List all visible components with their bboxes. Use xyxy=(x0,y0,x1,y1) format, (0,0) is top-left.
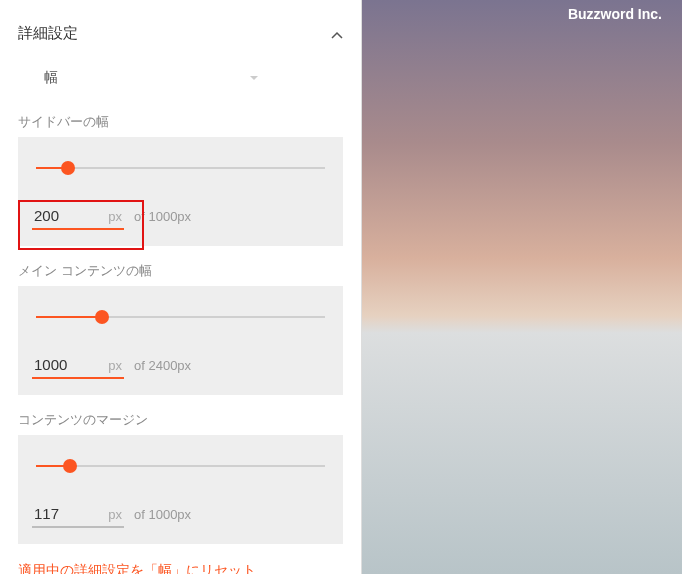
value-row: 200pxof 1000px xyxy=(32,205,329,230)
value-row: 1000pxof 2400px xyxy=(32,354,329,379)
slider[interactable] xyxy=(36,157,325,179)
value-number: 117 xyxy=(34,505,100,522)
section-title: 詳細設定 xyxy=(18,24,78,43)
of-text: of 1000px xyxy=(134,209,191,224)
reset-link[interactable]: 適用中の詳細設定を「幅」にリセット xyxy=(18,562,343,574)
slider-thumb[interactable] xyxy=(63,459,77,473)
slider-card: 200pxof 1000px xyxy=(18,137,343,246)
value-number: 200 xyxy=(34,207,100,224)
value-input[interactable]: 200px xyxy=(32,205,124,230)
field-label: コンテンツのマージン xyxy=(18,411,361,429)
chevron-down-icon xyxy=(248,70,260,86)
of-text: of 1000px xyxy=(134,507,191,522)
slider[interactable] xyxy=(36,455,325,477)
chevron-up-icon xyxy=(331,28,343,40)
value-input[interactable]: 1000px xyxy=(32,354,124,379)
dropdown-label: 幅 xyxy=(44,69,58,87)
value-number: 1000 xyxy=(34,356,100,373)
section-header[interactable]: 詳細設定 xyxy=(0,8,361,51)
slider-thumb[interactable] xyxy=(95,310,109,324)
brand-text: Buzzword Inc. xyxy=(568,6,662,22)
value-input[interactable]: 117px xyxy=(32,503,124,528)
value-unit: px xyxy=(108,358,122,373)
preview-background xyxy=(362,0,682,574)
slider-card: 117pxof 1000px xyxy=(18,435,343,544)
value-unit: px xyxy=(108,209,122,224)
width-dropdown[interactable]: 幅 xyxy=(42,65,262,91)
slider[interactable] xyxy=(36,306,325,328)
slider-card: 1000pxof 2400px xyxy=(18,286,343,395)
value-row: 117pxof 1000px xyxy=(32,503,329,528)
field-label: メイン コンテンツの幅 xyxy=(18,262,361,280)
dropdown-row: 幅 xyxy=(0,51,361,113)
value-unit: px xyxy=(108,507,122,522)
preview-pane: Buzzword Inc. 室内遊具施設 - 6月 01, 2022 雨が降った… xyxy=(362,0,682,574)
of-text: of 2400px xyxy=(134,358,191,373)
settings-panel: 詳細設定 幅 サイドバーの幅200pxof 1000pxメイン コンテンツの幅1… xyxy=(0,0,362,574)
slider-thumb[interactable] xyxy=(61,161,75,175)
field-label: サイドバーの幅 xyxy=(18,113,361,131)
